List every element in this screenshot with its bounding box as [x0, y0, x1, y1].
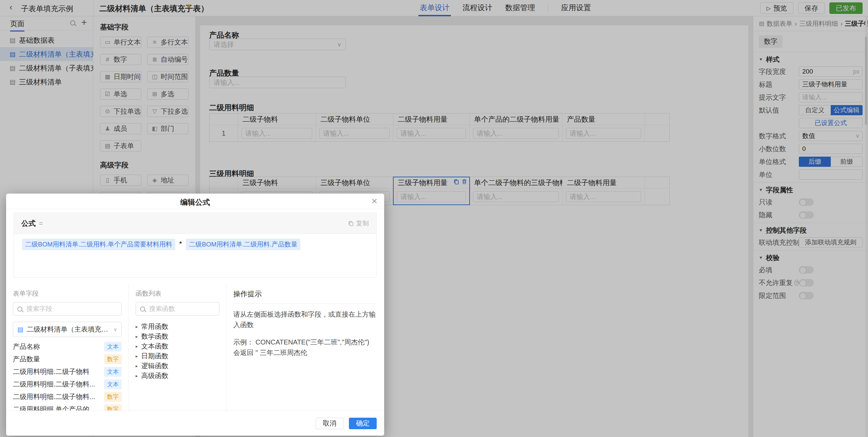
functions-title: 函数列表 — [136, 289, 219, 298]
app-screen: ‹ 子表单填充示例 二级材料清单（主表填充子表） 表单设计 流程设计 数据管理 … — [0, 0, 868, 437]
field-item[interactable]: 二级用料明细.二级子物料...数字 — [13, 391, 122, 403]
formula-editor[interactable]: 二级BOM用料清单.二级用料.单个产品需要材料用料 * 二级BOM用料清单.二级… — [14, 234, 376, 255]
form-fields-title: 表单字段 — [13, 289, 122, 298]
field-item[interactable]: 产品数量数字 — [13, 353, 122, 365]
function-search-input[interactable] — [149, 305, 215, 313]
copy-formula-button[interactable]: 复制 — [348, 219, 369, 228]
type-badge: 数字 — [104, 392, 122, 402]
category-math[interactable]: ▸数学函数 — [136, 332, 219, 341]
caret-right-icon: ▸ — [136, 373, 138, 378]
formula-box-header: 公式 = 复制 — [14, 213, 376, 234]
category-text[interactable]: ▸文本函数 — [136, 341, 219, 351]
confirm-button[interactable]: 确定 — [349, 418, 377, 429]
cancel-button[interactable]: 取消 — [316, 418, 343, 429]
formula-token-right[interactable]: 二级BOM用料清单.二级用料.产品数量 — [186, 239, 300, 250]
formula-box: 公式 = 复制 二级BOM用料清单.二级用料.单个产品需要材料用料 * 二级BO… — [14, 213, 377, 278]
modal-header: 编辑公式 × — [6, 194, 384, 209]
chevron-down-icon: ∨ — [113, 326, 117, 333]
formula-label: 公式 — [21, 219, 36, 228]
tips-panel: 操作提示 请从左侧面板选择函数和字段，或直接在上方输入函数 示例： CONCAT… — [226, 284, 384, 411]
formula-token-left[interactable]: 二级BOM用料清单.二级用料.单个产品需要材料用料 — [22, 239, 175, 250]
tips-line1: 请从左侧面板选择函数和字段，或直接在上方输入函数 — [233, 309, 377, 330]
modal-footer: 取消 确定 — [6, 411, 384, 436]
tips-title: 操作提示 — [233, 289, 377, 299]
form-selector[interactable]: ▤ 二级材料清单（主表填充子表） ∨ — [13, 322, 122, 337]
type-badge: 数字 — [104, 404, 122, 411]
search-icon — [140, 306, 145, 312]
field-search-input[interactable] — [26, 305, 117, 313]
type-badge: 文本 — [104, 342, 122, 352]
close-icon[interactable]: × — [371, 195, 377, 207]
category-common[interactable]: ▸常用函数 — [136, 322, 219, 332]
function-search-box[interactable] — [136, 302, 219, 316]
field-search-box[interactable] — [13, 302, 122, 316]
modal-panels: 表单字段 ▤ 二级材料清单（主表填充子表） ∨ 产品名称文本 产品数量数字 二级… — [6, 284, 384, 411]
field-item[interactable]: 二级用料明细.二级子物料文本 — [13, 365, 122, 378]
copy-icon — [348, 220, 354, 226]
category-date[interactable]: ▸日期函数 — [136, 351, 219, 361]
type-badge: 文本 — [104, 367, 122, 377]
form-selector-label: 二级材料清单（主表填充子表） — [27, 325, 110, 334]
category-advanced[interactable]: ▸高级函数 — [136, 371, 219, 381]
functions-panel: 函数列表 ▸常用函数 ▸数学函数 ▸文本函数 ▸日期函数 ▸逻辑函数 ▸高级函数 — [129, 284, 226, 411]
category-logic[interactable]: ▸逻辑函数 — [136, 361, 219, 371]
caret-right-icon: ▸ — [136, 363, 138, 369]
caret-right-icon: ▸ — [136, 344, 138, 349]
formula-operator: * — [177, 239, 184, 249]
equals-sign: = — [39, 220, 43, 227]
type-badge: 数字 — [104, 354, 122, 364]
field-item[interactable]: 二级用料明细.二级子物料...文本 — [13, 378, 122, 391]
caret-right-icon: ▸ — [136, 324, 138, 329]
function-category-list: ▸常用函数 ▸数学函数 ▸文本函数 ▸日期函数 ▸逻辑函数 ▸高级函数 — [136, 322, 219, 381]
type-badge: 文本 — [104, 379, 122, 389]
field-item[interactable]: 产品名称文本 — [13, 340, 122, 353]
edit-formula-modal: 编辑公式 × 公式 = 复制 二级BOM用料清单.二级用料.单个产品需要材料用料… — [6, 194, 384, 436]
caret-right-icon: ▸ — [136, 354, 138, 359]
form-icon: ▤ — [17, 325, 23, 333]
field-item[interactable]: 二级用料明细.单个产品的...数字 — [13, 403, 122, 411]
modal-title: 编辑公式 — [6, 197, 384, 207]
tips-line2: 示例： CONCATENATE("三年二班","周杰伦") 会返回 " 三年二班… — [233, 337, 377, 358]
copy-label: 复制 — [356, 219, 369, 228]
form-fields-panel: 表单字段 ▤ 二级材料清单（主表填充子表） ∨ 产品名称文本 产品数量数字 二级… — [6, 284, 129, 411]
caret-right-icon: ▸ — [136, 334, 138, 339]
field-list: 产品名称文本 产品数量数字 二级用料明细.二级子物料文本 二级用料明细.二级子物… — [13, 340, 122, 411]
search-icon — [17, 306, 22, 312]
